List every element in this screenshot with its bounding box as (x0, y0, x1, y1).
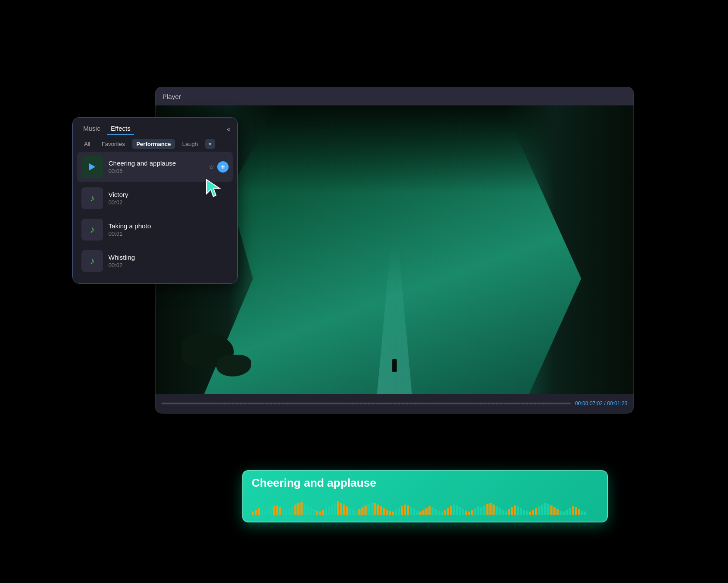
sound-info-whistling: Whistling 00:02 (108, 254, 229, 268)
filter-performance[interactable]: Performance (132, 139, 175, 149)
waveform-bar (282, 509, 284, 515)
waveform-bar (486, 504, 489, 515)
time-label: 00:00:07:02 / 00:01:23 (575, 400, 627, 407)
waveform-bar (444, 510, 446, 515)
waveform-bar (404, 505, 406, 515)
collapse-button[interactable]: « (227, 125, 230, 132)
waveform-bar (380, 506, 382, 515)
panel-tabs: Music Effects « (73, 118, 237, 135)
cave-right-wall (503, 105, 634, 394)
audio-track-bar: Cheering and applause (242, 470, 608, 522)
sound-item-whistling[interactable]: ♪ Whistling 00:02 (77, 246, 233, 276)
waveform-bar (349, 508, 351, 515)
waveform-bar (346, 506, 348, 515)
waveform-bar (471, 510, 473, 515)
time-total: 00:01:23 (607, 400, 627, 407)
waveform-bar (367, 504, 370, 515)
waveform-bar (343, 505, 345, 515)
waveform-bar (288, 508, 290, 515)
waveform-bar (477, 506, 479, 515)
waveform-bar (303, 504, 306, 515)
waveform-bar (459, 507, 461, 515)
waveform-bar (569, 508, 571, 515)
waveform-bar (276, 505, 278, 515)
waveform-bar (392, 512, 394, 515)
sound-name-cheering: Cheering and applause (108, 159, 203, 167)
waveform-bar (410, 507, 412, 515)
waveform-bar (300, 502, 303, 515)
waveform-bar (422, 510, 425, 515)
waveform-bar (395, 510, 397, 515)
waveform-bar (398, 508, 400, 515)
waveform-bar (285, 510, 287, 515)
waveform-bar (377, 505, 379, 515)
waveform-bar (307, 505, 309, 515)
waveform-bar (255, 510, 257, 515)
waveform-bar (492, 505, 495, 515)
waveform-bar (371, 502, 373, 515)
waveform-bar (556, 509, 559, 515)
waveform-bar (572, 506, 574, 515)
waveform-bar (355, 511, 357, 515)
player-titlebar: Player (155, 87, 634, 105)
waveform-bar (535, 508, 537, 515)
waveform-bar (465, 511, 467, 515)
sound-icon-cheering (81, 156, 103, 178)
tab-effects[interactable]: Effects (107, 123, 134, 135)
waveform-bar (258, 508, 260, 515)
waveform-bar (566, 510, 568, 515)
sound-icon-taking-photo: ♪ (81, 219, 103, 241)
waveform-bar (319, 512, 321, 515)
waveform-bar (325, 508, 327, 515)
figure (392, 359, 397, 372)
waveform-bar (340, 503, 342, 515)
waveform-bar (575, 507, 577, 515)
waveform-bar (453, 505, 455, 515)
svg-marker-0 (206, 180, 219, 197)
sound-info-cheering: Cheering and applause 00:05 (108, 159, 203, 174)
waveform-bar (526, 511, 528, 515)
waveform-bar (358, 509, 361, 515)
waveform-bar (374, 503, 376, 515)
sound-item-taking-photo[interactable]: ♪ Taking a photo 00:01 (77, 214, 233, 245)
tab-music[interactable]: Music (80, 123, 104, 135)
waveform-bar (261, 511, 263, 515)
waveform-bar (544, 503, 546, 515)
waveform-bar (495, 506, 498, 515)
waveform-bar (428, 506, 431, 515)
waveform-bar (264, 512, 266, 515)
waveform-bar (425, 508, 428, 515)
waveform-bar (297, 503, 300, 515)
waveform-bar (401, 506, 403, 515)
waveform-bar (578, 509, 580, 515)
waveform-bar (456, 505, 458, 515)
audio-track-title: Cheering and applause (252, 476, 598, 490)
waveform-bar (550, 505, 553, 515)
waveform-bar (328, 506, 330, 515)
waveform-bar (352, 510, 354, 515)
waveform (252, 493, 598, 515)
filter-all[interactable]: All (80, 139, 94, 149)
waveform-bar (313, 509, 315, 515)
waveform-bar (337, 501, 339, 515)
waveform-bar (511, 507, 513, 515)
waveform-bar (541, 505, 543, 515)
waveform-bar (529, 512, 531, 515)
favorite-cheering-button[interactable]: ☆ (209, 163, 215, 171)
waveform-bar (416, 511, 418, 515)
waveform-bar (508, 509, 510, 515)
time-current: 00:00:07:02 (575, 400, 603, 407)
filter-favorites[interactable]: Favorites (97, 139, 129, 149)
waveform-bar (361, 507, 364, 515)
music-note-icon-whistling: ♪ (90, 255, 95, 267)
tab-group: Music Effects (80, 123, 134, 135)
timeline-bar[interactable] (162, 403, 571, 404)
sound-duration-victory: 00:02 (108, 199, 229, 206)
filter-laugh[interactable]: Laugh (178, 139, 202, 149)
filter-dropdown[interactable]: ▾ (205, 139, 215, 149)
waveform-bar (447, 508, 449, 515)
waveform-bar (431, 507, 434, 515)
waveform-bar (553, 507, 556, 515)
waveform-bar (270, 507, 272, 515)
add-cheering-button[interactable]: + (217, 161, 229, 173)
